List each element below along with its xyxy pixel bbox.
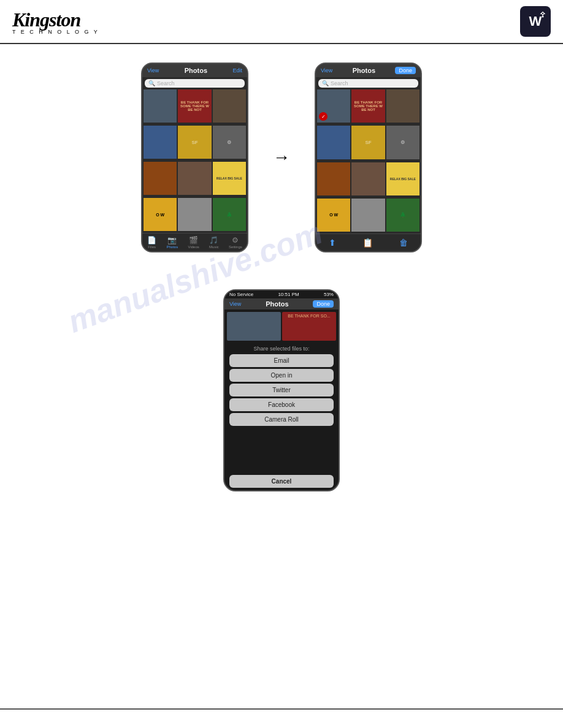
facebook-button[interactable]: Facebook	[229, 398, 334, 411]
phone2-search-placeholder: Search	[331, 80, 348, 86]
time-label: 10:51 PM	[278, 292, 299, 297]
page-header: Kingston T E C H N O L O G Y W	[0, 0, 563, 44]
share-text: Share selected files to:	[224, 343, 339, 354]
phone1-title: Photos	[185, 67, 207, 74]
photo-thumb: BE THANK FOR SOME THERE W BE NOT	[178, 89, 211, 123]
phone2-search[interactable]: 🔍 Search	[318, 79, 418, 88]
photo-thumb	[317, 162, 350, 195]
share-buttons-list: Email Open in Twitter Facebook Camera Ro…	[224, 354, 339, 472]
phone1-edit-btn[interactable]: Edit	[232, 67, 242, 74]
phone2-title: Photos	[353, 67, 375, 74]
files-icon: 📄	[147, 236, 156, 245]
tab-music[interactable]: 🎵 Music	[209, 236, 219, 249]
brand-tagline: T E C H N O L O G Y	[12, 29, 99, 35]
search-icon: 🔍	[322, 80, 329, 86]
carrier-label: No Service	[229, 292, 253, 297]
phone3-top-bar: View Photos Done	[224, 298, 339, 309]
phone1-top-bar: View Photos Edit	[142, 64, 247, 77]
phone2-top-bar: View Photos Done	[316, 64, 421, 77]
phone-share-area: No Service 10:51 PM 53% View Photos Done…	[12, 289, 551, 491]
transition-arrow: →	[273, 148, 290, 167]
phones-comparison: View Photos Edit 🔍 Search BE THANK FOR S…	[12, 63, 551, 252]
tab-music-label: Music	[209, 245, 219, 249]
tab-videos[interactable]: 🎬 Videos	[188, 236, 199, 249]
photo-thumb	[144, 126, 177, 159]
phone3-done-btn[interactable]: Done	[313, 300, 334, 308]
photo-thumb: O W	[144, 198, 177, 231]
photos-icon: 📷	[167, 236, 177, 245]
open-in-button[interactable]: Open in	[229, 369, 334, 382]
wifi-icon: W	[520, 6, 551, 37]
preview-thumb-2: BE THANK FOR SO...	[282, 312, 336, 341]
email-button[interactable]: Email	[229, 354, 334, 367]
phone3-view-btn[interactable]: View	[229, 301, 241, 307]
phone-after: View Photos Done 🔍 Search ✓ BE THANK FOR…	[315, 63, 422, 252]
tab-photos-label: Photos	[166, 245, 178, 249]
kingston-logo: Kingston T E C H N O L O G Y	[12, 9, 99, 35]
photo-thumb	[351, 199, 385, 232]
settings-icon: ⚙	[232, 236, 239, 245]
music-icon: 🎵	[209, 236, 218, 245]
tab-files-label: Files	[148, 245, 156, 249]
phone1-bottom-bar: 📄 Files 📷 Photos 🎬 Videos 🎵 Music ⚙	[142, 233, 247, 251]
phone3-status-bar: No Service 10:51 PM 53%	[224, 290, 339, 298]
photo-thumb: SF	[178, 126, 211, 159]
tab-settings-label: Settings	[229, 245, 242, 249]
photo-thumb: O W	[317, 199, 350, 232]
photo-thumb	[144, 162, 177, 195]
selection-check: ✓	[319, 112, 327, 121]
photo-thumb: ⚙	[386, 126, 419, 159]
twitter-button[interactable]: Twitter	[229, 384, 334, 396]
tab-photos[interactable]: 📷 Photos	[166, 236, 178, 249]
preview-thumb-1	[227, 312, 281, 341]
phone3-title: Photos	[266, 300, 288, 308]
cancel-button[interactable]: Cancel	[229, 475, 334, 488]
photo-thumb	[144, 89, 177, 123]
phone1-search-placeholder: Search	[157, 80, 175, 86]
camera-roll-button[interactable]: Camera Roll	[229, 413, 334, 426]
share-action-icon[interactable]: ⬆	[329, 238, 336, 248]
photo-thumb: SF	[351, 126, 385, 159]
battery-label: 53%	[324, 292, 334, 297]
phone-share-sheet: No Service 10:51 PM 53% View Photos Done…	[223, 289, 340, 491]
phone-before: View Photos Edit 🔍 Search BE THANK FOR S…	[141, 63, 248, 252]
wifi-signal-icon	[538, 10, 547, 18]
footer-divider	[0, 708, 563, 710]
tab-settings[interactable]: ⚙ Settings	[229, 236, 242, 249]
copy-action-icon[interactable]: 📋	[362, 238, 373, 248]
photo-thumb: BE THANK FOR SOME THERE W BE NOT	[351, 89, 385, 123]
photo-thumb: RELAX BIG SALE	[386, 162, 419, 195]
phone2-action-bar: ⬆ 📋 🗑	[316, 233, 421, 251]
photo-thumb	[351, 162, 385, 195]
phone2-view-btn[interactable]: View	[321, 67, 332, 74]
tab-files[interactable]: 📄 Files	[147, 236, 156, 249]
photo-thumb	[386, 89, 419, 123]
phone3-preview: BE THANK FOR SO...	[224, 309, 339, 343]
svg-point-0	[542, 16, 544, 18]
delete-action-icon[interactable]: 🗑	[399, 238, 408, 248]
brand-name: Kingston	[12, 9, 80, 31]
tab-videos-label: Videos	[188, 245, 199, 249]
photo-thumb	[317, 126, 350, 159]
phone1-view-btn[interactable]: View	[147, 67, 159, 74]
phone1-search[interactable]: 🔍 Search	[145, 79, 245, 88]
photo-thumb	[178, 162, 211, 195]
photo-thumb	[213, 89, 246, 123]
photo-thumb: RELAX BIG SALE	[213, 162, 246, 195]
phone1-grid: BE THANK FOR SOME THERE W BE NOT SF ⚙ RE…	[142, 89, 247, 233]
main-content: View Photos Edit 🔍 Search BE THANK FOR S…	[0, 44, 563, 504]
photo-thumb: 🌲	[386, 199, 419, 232]
photo-thumb: ✓	[317, 89, 350, 123]
phone2-grid: ✓ BE THANK FOR SOME THERE W BE NOT SF ⚙ …	[316, 89, 421, 233]
photo-thumb: ⚙	[213, 126, 246, 159]
photo-thumb: 🌲	[213, 198, 246, 231]
photo-thumb	[178, 198, 211, 231]
phone2-done-btn[interactable]: Done	[395, 67, 416, 74]
videos-icon: 🎬	[189, 236, 198, 245]
search-icon: 🔍	[148, 80, 155, 86]
